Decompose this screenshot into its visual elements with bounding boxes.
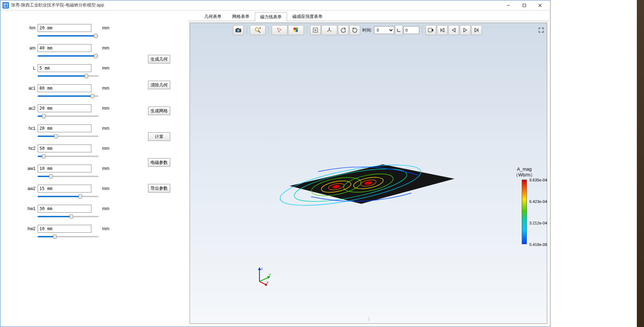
status-text: : <box>368 316 369 321</box>
svg-marker-20 <box>290 164 454 204</box>
param-unit: mm <box>99 86 113 91</box>
param-unit: mm <box>99 126 113 131</box>
tab-3[interactable]: 磁感应强度表单 <box>287 12 328 21</box>
param-input-hc1[interactable] <box>38 124 91 132</box>
param-input-L[interactable] <box>38 64 91 72</box>
svg-point-6 <box>237 29 239 32</box>
svg-line-9 <box>258 31 260 33</box>
param-slider-ac2[interactable] <box>38 114 99 119</box>
param-slider-hc2[interactable] <box>38 154 99 159</box>
axis-triad-icon: z y x <box>254 266 272 288</box>
titlebar: 张亮-陕西工业职业技术学院-电磁铁分析模型.app <box>0 0 550 10</box>
results-panel: 几何表单网格表单磁力线表单磁感应强度表单 ▾ 时间: 0 <box>188 12 549 325</box>
param-input-ac1[interactable] <box>38 84 91 92</box>
zoom-icon[interactable]: ▾ <box>250 25 266 35</box>
animation-play-icon[interactable] <box>460 25 471 35</box>
param-label-aw1: aw1 <box>27 166 38 171</box>
param-input-hm[interactable] <box>38 24 91 32</box>
maximize-button[interactable] <box>516 1 532 10</box>
cube-color-icon[interactable] <box>288 25 304 35</box>
app-icon <box>3 2 9 9</box>
svg-rect-12 <box>296 28 298 30</box>
svg-rect-7 <box>237 28 239 29</box>
param-label-hc2: hc2 <box>27 146 38 151</box>
rotate-cw-icon[interactable] <box>349 25 360 35</box>
legend-tick: 5.418e-08 <box>529 242 547 247</box>
param-input-hw2[interactable] <box>38 225 91 233</box>
param-input-aw1[interactable] <box>38 165 91 172</box>
param-slider-hw2[interactable] <box>38 234 99 239</box>
clear-geometry-button[interactable]: 清除几何 <box>148 81 170 89</box>
param-label-hw1: hw1 <box>27 206 38 211</box>
fit-view-icon[interactable] <box>310 25 321 35</box>
color-legend: A_mag （Wb/m） 9.635e-04 6.423e-04 3.212e-… <box>508 166 540 246</box>
close-button[interactable] <box>532 1 548 10</box>
animation-prev-icon[interactable] <box>448 25 459 35</box>
contour-plot <box>275 143 462 215</box>
param-unit: mm <box>99 66 113 71</box>
param-label-ac1: ac1 <box>27 86 38 91</box>
time-label: 时间: <box>362 27 372 33</box>
generate-mesh-button[interactable]: 生成网格 <box>148 106 170 115</box>
param-slider-aw1[interactable] <box>38 174 99 179</box>
param-slider-am[interactable] <box>38 53 99 58</box>
axis-orientation-icon[interactable] <box>321 25 337 35</box>
animation-last-icon[interactable] <box>471 25 482 35</box>
select-icon[interactable] <box>272 25 287 35</box>
legend-tick: 6.423e-04 <box>529 199 547 204</box>
param-input-aw2[interactable] <box>38 185 91 193</box>
param-unit: mm <box>99 166 113 171</box>
screenshot-icon[interactable] <box>233 25 244 35</box>
window-title: 张亮-陕西工业职业技术学院-电磁铁分析模型.app <box>11 2 501 8</box>
animation-record-icon[interactable] <box>425 25 436 35</box>
param-slider-hw1[interactable] <box>38 214 99 219</box>
param-input-am[interactable] <box>38 44 91 52</box>
svg-text:y: y <box>269 272 271 276</box>
param-slider-L[interactable] <box>38 74 99 79</box>
param-unit: mm <box>99 186 113 191</box>
svg-rect-13 <box>294 30 296 32</box>
param-label-hc1: hc1 <box>27 126 38 131</box>
compute-button[interactable]: 计算 <box>148 132 170 141</box>
rotate-ccw-icon[interactable] <box>338 25 349 35</box>
svg-line-18 <box>327 30 329 32</box>
param-slider-hm[interactable] <box>38 33 99 38</box>
minimize-button[interactable] <box>501 1 516 10</box>
svg-point-8 <box>255 28 259 31</box>
viewer-toolbar: ▾ 时间: 0 <box>233 24 543 36</box>
time-input[interactable] <box>404 26 419 34</box>
time-step-icon[interactable] <box>395 25 403 35</box>
svg-line-17 <box>329 30 331 32</box>
tab-0[interactable]: 几何表单 <box>199 12 227 21</box>
tab-2[interactable]: 磁力线表单 <box>255 12 287 21</box>
time-select[interactable]: 0 <box>374 26 394 34</box>
param-input-ac2[interactable] <box>38 104 91 112</box>
em-params-button[interactable]: 电磁参数 <box>148 158 170 167</box>
legend-tick: 9.635e-04 <box>529 178 547 182</box>
tab-1[interactable]: 网格表单 <box>227 12 255 21</box>
param-unit: mm <box>99 25 113 30</box>
svg-marker-32 <box>258 267 261 270</box>
svg-line-37 <box>259 281 265 284</box>
expand-view-icon[interactable] <box>538 27 545 34</box>
param-label-hw2: hw2 <box>27 226 38 231</box>
animation-first-icon[interactable] <box>437 25 448 35</box>
export-params-button[interactable]: 导出参数 <box>148 184 170 193</box>
param-unit: mm <box>99 106 113 111</box>
param-input-hw1[interactable] <box>38 205 91 213</box>
graphics-viewer[interactable]: ▾ 时间: 0 <box>190 23 547 324</box>
legend-tick: 3.212e-04 <box>529 221 547 225</box>
param-slider-aw2[interactable] <box>38 194 99 199</box>
param-slider-hc1[interactable] <box>38 134 99 139</box>
param-input-hc2[interactable] <box>38 144 91 152</box>
action-button-column: 生成几何 清除几何 生成网格 计算 电磁参数 导出参数 <box>148 55 170 193</box>
parameter-panel: hmmmammmLmmac1mmac2mmhc1mmhc2mmaw1mmaw2m… <box>2 12 188 325</box>
param-slider-ac1[interactable] <box>38 94 99 99</box>
svg-rect-0 <box>4 4 8 7</box>
param-unit: mm <box>99 46 113 51</box>
param-label-am: am <box>27 46 38 51</box>
param-unit: mm <box>99 146 113 151</box>
generate-geometry-button[interactable]: 生成几何 <box>148 55 170 63</box>
svg-rect-14 <box>296 30 298 32</box>
svg-text:z: z <box>261 267 263 271</box>
